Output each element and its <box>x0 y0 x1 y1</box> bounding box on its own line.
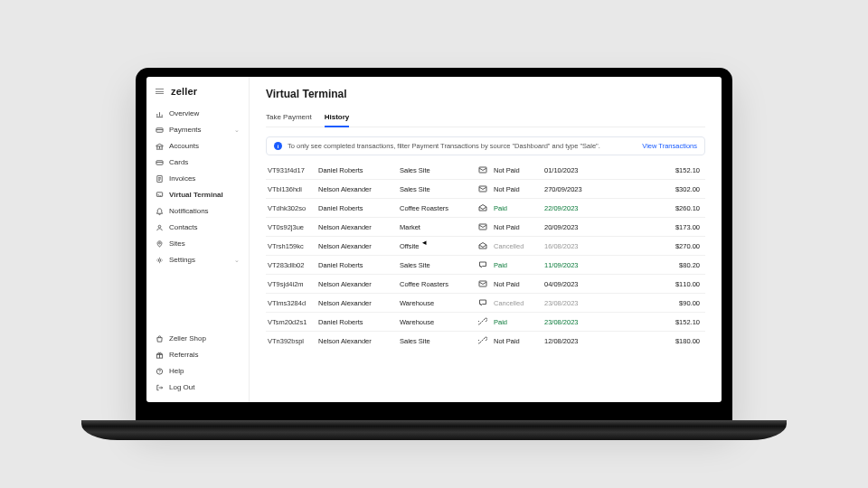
txn-customer: Nelson Alexander <box>318 223 400 231</box>
sidebar-item-label: Notifications <box>169 207 209 215</box>
txn-date: 11/09/2023 <box>544 261 604 269</box>
sidebar-item-label: Contacts <box>169 223 198 231</box>
table-row[interactable]: VT9sjd4i2mNelson AlexanderCoffee Roaster… <box>266 274 705 293</box>
sidebar-item-accounts[interactable]: Accounts <box>150 138 245 154</box>
sidebar-item-payments[interactable]: Payments⌄ <box>150 122 245 137</box>
nav-main: OverviewPayments⌄AccountsCardsInvoicesVi… <box>146 106 249 267</box>
page-title: Virtual Terminal <box>266 88 705 100</box>
txn-status: Not Paid <box>494 223 544 231</box>
txn-site: Sales Site <box>400 337 472 345</box>
txn-amount: $260.10 <box>604 204 703 212</box>
txn-amount: $152.10 <box>604 318 703 326</box>
sidebar-item-overview[interactable]: Overview <box>150 106 245 121</box>
table-row[interactable]: VTdhk302soDaniel RobertsCoffee RoastersP… <box>266 198 705 217</box>
sidebar-item-help[interactable]: Help <box>150 363 245 379</box>
table-row[interactable]: VTsm20d2s1Daniel RobertsWarehousePaid23/… <box>266 312 705 331</box>
txn-status: Paid <box>494 261 544 269</box>
txn-id: VTdhk302so <box>268 204 318 212</box>
header-row: zeller <box>146 84 249 106</box>
txn-id: VT0s92j3ue <box>268 223 318 231</box>
txn-status: Paid <box>494 204 544 212</box>
txn-amount: $270.00 <box>604 242 703 250</box>
sidebar-item-label: Virtual Terminal <box>169 191 223 199</box>
sidebar-item-label: Invoices <box>169 174 195 183</box>
txn-customer: Daniel Roberts <box>318 204 400 212</box>
txn-date: 22/09/2023 <box>544 204 604 212</box>
app-screen: zeller OverviewPayments⌄AccountsCardsInv… <box>146 77 722 402</box>
svg-point-5 <box>159 242 161 244</box>
txn-date: 01/10/2023 <box>544 166 604 174</box>
card-icon <box>156 158 164 166</box>
txn-id: VT283dlb02 <box>268 261 318 269</box>
table-row[interactable]: VTbl136hdiNelson AlexanderSales SiteNot … <box>266 179 705 198</box>
nav-footer: Zeller ShopReferralsHelpLog Out <box>146 331 249 395</box>
sidebar-item-settings[interactable]: Settings⌄ <box>150 252 245 267</box>
tab-history[interactable]: History <box>325 109 350 127</box>
table-row[interactable]: VT931f4d17Daniel RobertsSales SiteNot Pa… <box>266 161 705 179</box>
sidebar-item-label: Log Out <box>169 383 194 391</box>
hamburger-icon[interactable] <box>156 89 164 94</box>
txn-id: VTn392bspl <box>268 337 318 345</box>
table-row[interactable]: VTn392bsplNelson AlexanderSales SiteNot … <box>266 331 705 350</box>
notice-text: To only see completed transactions, filt… <box>288 142 600 150</box>
logout-icon <box>156 383 164 391</box>
txn-id: VT931f4d17 <box>268 166 318 174</box>
chevron-down-icon: ⌄ <box>234 127 240 134</box>
txn-amount: $90.00 <box>604 299 703 307</box>
txn-date: 23/08/2023 <box>544 299 604 307</box>
txn-id: VTrsh159kc <box>268 242 318 250</box>
sidebar-item-virtual-terminal[interactable]: Virtual Terminal <box>150 187 245 202</box>
txn-status: Cancelled <box>494 242 544 250</box>
laptop-frame: zeller OverviewPayments⌄AccountsCardsInv… <box>136 68 732 420</box>
sidebar-item-label: Settings <box>169 256 195 264</box>
sidebar-item-log-out[interactable]: Log Out <box>150 380 245 395</box>
gift-icon <box>156 351 164 359</box>
help-icon <box>156 367 164 375</box>
txn-site: Warehouse <box>400 318 472 326</box>
chart-icon <box>156 109 164 117</box>
sidebar-item-notifications[interactable]: Notifications <box>150 203 245 219</box>
mail-icon <box>472 184 494 193</box>
sidebar-item-referrals[interactable]: Referrals <box>150 347 245 362</box>
table-row[interactable]: VTlms3284dNelson AlexanderWarehouseCance… <box>266 293 705 312</box>
txn-id: VTlms3284d <box>268 299 318 307</box>
gear-icon <box>156 256 164 264</box>
svg-point-6 <box>158 258 160 260</box>
doc-icon <box>156 174 164 183</box>
txn-status: Paid <box>494 318 544 326</box>
sidebar-item-label: Sites <box>169 239 185 248</box>
sidebar-item-sites[interactable]: Sites <box>150 236 245 251</box>
terminal-icon <box>156 191 164 199</box>
chevron-down-icon: ⌄ <box>234 257 240 264</box>
sidebar-item-label: Accounts <box>169 142 199 150</box>
bag-icon <box>156 334 164 343</box>
table-row[interactable]: VT283dlb02Daniel RobertsSales SitePaid11… <box>266 255 705 274</box>
view-transactions-link[interactable]: View Transactions <box>642 142 697 150</box>
brand-logo: zeller <box>171 86 197 97</box>
txn-customer: Nelson Alexander <box>318 280 400 288</box>
sidebar-item-label: Cards <box>169 158 188 166</box>
txn-customer: Daniel Roberts <box>318 261 400 269</box>
txn-amount: $173.00 <box>604 223 703 231</box>
link-icon <box>472 317 494 326</box>
chat-icon <box>472 260 494 269</box>
link-icon <box>472 336 494 345</box>
txn-date: 20/09/2023 <box>544 223 604 231</box>
tabs: Take PaymentHistory <box>266 109 705 127</box>
sidebar-item-contacts[interactable]: Contacts <box>150 220 245 235</box>
txn-amount: $110.00 <box>604 280 703 288</box>
table-row[interactable]: VT0s92j3ueNelson AlexanderMarketNot Paid… <box>266 217 705 236</box>
info-icon: i <box>274 142 282 150</box>
sidebar-item-cards[interactable]: Cards <box>150 155 245 170</box>
bell-icon <box>156 207 164 215</box>
table-row[interactable]: VTrsh159kcNelson AlexanderOffsiteCancell… <box>266 236 705 255</box>
card-icon <box>156 126 164 134</box>
txn-amount: $180.00 <box>604 337 703 345</box>
tab-take-payment[interactable]: Take Payment <box>266 109 312 127</box>
pin-icon <box>156 239 164 248</box>
txn-site: Offsite <box>400 242 472 250</box>
sidebar-item-zeller-shop[interactable]: Zeller Shop <box>150 331 245 346</box>
bank-icon <box>156 142 164 150</box>
txn-customer: Daniel Roberts <box>318 318 400 326</box>
sidebar-item-invoices[interactable]: Invoices <box>150 171 245 186</box>
